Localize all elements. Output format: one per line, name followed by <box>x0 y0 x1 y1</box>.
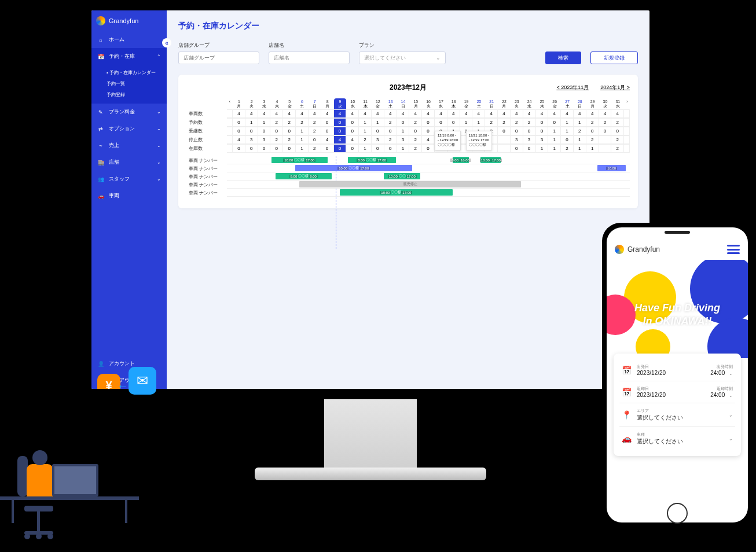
desktop-monitor: Grandyfun « ⌂ホーム📅予約・在庫⌃予約・在庫カレンダー予約一覧予約登… <box>81 0 660 399</box>
sidebar-collapse-button[interactable]: « <box>162 38 171 47</box>
calendar-cell: 0 <box>435 118 447 127</box>
day-header-cell[interactable]: 12金 <box>372 98 384 109</box>
day-header-cell[interactable]: 27土 <box>561 98 574 109</box>
calendar-cell: 0 <box>334 144 347 153</box>
calendar-cell: 3 <box>511 135 523 144</box>
day-header-cell[interactable]: 24水 <box>523 98 536 109</box>
day-header-cell[interactable]: 23火 <box>511 98 523 109</box>
day-header-cell[interactable]: 5金 <box>283 98 296 109</box>
search-button[interactable]: 検索 <box>545 51 581 64</box>
calendar-cell: 4 <box>309 109 321 118</box>
sidebar-item[interactable]: ⇄オプション⌄ <box>91 120 167 137</box>
prev-month-link[interactable]: < 2023年11月 <box>556 84 589 91</box>
calendar-cell: 1 <box>586 144 599 153</box>
day-header-cell[interactable]: 9火 <box>334 98 347 109</box>
day-header-cell[interactable]: 29月 <box>586 98 599 109</box>
store-group-input[interactable] <box>178 51 259 64</box>
calendar-cell: 1 <box>296 135 309 144</box>
day-header-cell[interactable]: 19金 <box>460 98 473 109</box>
nav-icon: 🏬 <box>97 159 104 166</box>
nav-icon: ⌂ <box>97 36 104 43</box>
calendar-cell: 4 <box>485 109 498 118</box>
calendar-card: 2023年12月 < 2023年11月 2024年1月 > ‹1月2火3水4木5… <box>178 75 638 208</box>
calendar-cell: 4 <box>422 109 435 118</box>
person-illustration: ✉ ← <box>0 367 162 540</box>
scroll-right-icon[interactable]: › <box>624 98 630 109</box>
sidebar-item[interactable]: ✎プラン料金⌄ <box>91 104 167 120</box>
day-header-cell[interactable]: 22月 <box>498 98 511 109</box>
register-button[interactable]: 新規登録 <box>590 51 638 64</box>
field-icon: 📅 <box>622 388 631 397</box>
store-name-input[interactable] <box>269 51 350 64</box>
day-header-cell[interactable]: 14日 <box>397 98 410 109</box>
day-header-cell[interactable]: 3水 <box>258 98 271 109</box>
sidebar-item[interactable]: ⌂ホーム <box>91 31 167 48</box>
day-header-cell[interactable]: 31水 <box>611 98 624 109</box>
day-header-cell[interactable]: 17水 <box>435 98 447 109</box>
hamburger-menu-icon[interactable] <box>727 245 740 254</box>
calendar-cell: 1 <box>548 127 561 135</box>
day-header-cell[interactable]: 30火 <box>599 98 612 109</box>
chevron-icon: ⌄ <box>157 109 161 115</box>
calendar-cell: 0 <box>245 144 258 153</box>
calendar-cell: 0 <box>283 144 296 153</box>
next-month-link[interactable]: 2024年1月 > <box>600 84 630 91</box>
day-header-cell[interactable]: 10水 <box>346 98 359 109</box>
day-header-cell[interactable]: 16火 <box>422 98 435 109</box>
day-header-cell[interactable]: 11木 <box>359 98 372 109</box>
scroll-left-icon[interactable]: ‹ <box>227 98 233 109</box>
calendar-cell: 0 <box>511 144 523 153</box>
plan-select[interactable]: 選択してください ⌄ <box>359 51 446 64</box>
calendar-cell: 4 <box>233 135 245 144</box>
day-header-cell[interactable]: 20土 <box>472 98 485 109</box>
calendar-cell: 4 <box>586 109 599 118</box>
day-header-cell[interactable]: 6土 <box>296 98 309 109</box>
calendar-data-row: 停止数43322104442323244333310122 <box>186 135 630 144</box>
home-button-icon[interactable] <box>667 503 688 524</box>
sidebar-sub-item[interactable]: 予約登録 <box>107 89 167 100</box>
day-header-cell[interactable]: 4木 <box>270 98 283 109</box>
day-header-cell[interactable]: 21日 <box>485 98 498 109</box>
search-row[interactable]: 📅出発日2023/12/20出発時刻24:00 ⌄ <box>619 359 735 381</box>
search-row[interactable]: 🚗車種選択してください⌄ <box>619 427 735 450</box>
main-content: 予約・在庫カレンダー 店舗グループ 店舗名 プラン 選択してください ⌄ <box>167 10 649 389</box>
sidebar-sub-item[interactable]: 予約・在庫カレンダー <box>107 67 167 78</box>
sidebar-item[interactable]: 👥スタッフ⌄ <box>91 171 167 187</box>
calendar-cell: 0 <box>599 127 612 135</box>
sidebar-item[interactable]: 🚗車両 <box>91 187 167 204</box>
calendar-cell: 2 <box>384 118 397 127</box>
calendar-title: 2023年12月 <box>390 83 427 93</box>
day-header-cell[interactable]: 8月 <box>321 98 334 109</box>
day-header-cell[interactable]: 13土 <box>384 98 397 109</box>
search-row[interactable]: 📅返却日2023/12/20返却時刻24:00 ⌄ <box>619 381 735 403</box>
monitor-base <box>255 468 486 480</box>
calendar-cell: 4 <box>561 109 574 118</box>
phone-brand: Grandyfun <box>615 245 660 254</box>
calendar-cell: 0 <box>422 118 435 127</box>
day-header-cell[interactable]: 2火 <box>245 98 258 109</box>
calendar-cell: 0 <box>283 127 296 135</box>
calendar-cell: 4 <box>334 109 347 118</box>
calendar-cell: 2 <box>409 144 422 153</box>
day-header-cell[interactable]: 1月 <box>233 98 245 109</box>
sidebar-item[interactable]: ~売上⌄ <box>91 137 167 154</box>
day-header-cell[interactable]: 26金 <box>548 98 561 109</box>
brand-logo-icon <box>615 245 624 254</box>
calendar-cell: 4 <box>258 109 271 118</box>
calendar-cell: 0 <box>548 118 561 127</box>
day-header-cell[interactable]: 28日 <box>574 98 586 109</box>
plan-label: プラン <box>359 42 446 49</box>
calendar-cell: 1 <box>548 144 561 153</box>
sidebar-item[interactable]: 📅予約・在庫⌃ <box>91 48 167 65</box>
search-row[interactable]: 📍エリア選択してください⌄ <box>619 403 735 427</box>
calendar-cell: 2 <box>611 135 624 144</box>
sidebar-item[interactable]: 🏬店舗⌄ <box>91 154 167 171</box>
gantt-row: 車両 ナンバー 8:00〇〇様8:00 10:00〇〇17:00 <box>227 172 630 181</box>
day-header-cell[interactable]: 18木 <box>447 98 460 109</box>
sidebar-sub-item[interactable]: 予約一覧 <box>107 78 167 89</box>
day-header-cell[interactable]: 25木 <box>536 98 549 109</box>
day-header-cell[interactable]: 7日 <box>309 98 321 109</box>
calendar-cell: 3 <box>258 135 271 144</box>
day-header-cell[interactable]: 15月 <box>409 98 422 109</box>
calendar-cell: 1 <box>397 127 410 135</box>
